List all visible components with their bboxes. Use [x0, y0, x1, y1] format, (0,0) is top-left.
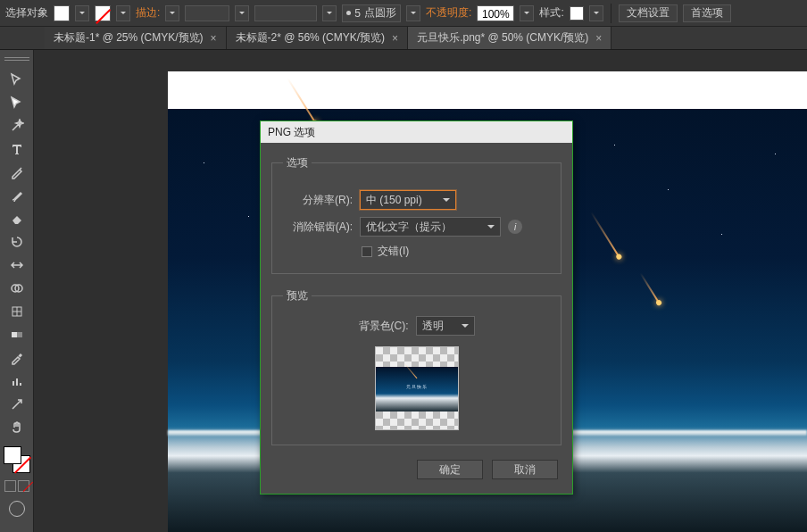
stroke-swatch-menu[interactable]: [116, 5, 130, 21]
eyedropper-tool-icon[interactable]: [6, 348, 28, 368]
bgcolor-dropdown[interactable]: 透明: [416, 316, 475, 336]
bgcolor-label: 背景色(C):: [359, 319, 409, 334]
style-label: 样式:: [539, 5, 563, 21]
ok-button[interactable]: 确定: [417, 460, 483, 479]
artboard-top-margin: [168, 71, 807, 109]
stroke-profile-dd[interactable]: [322, 5, 337, 21]
fill-swatch[interactable]: [54, 5, 70, 21]
svg-rect-4: [12, 332, 17, 337]
dialog-title: PNG 选项: [261, 121, 572, 143]
stroke-weight-input[interactable]: [185, 5, 229, 21]
hand-tool-icon[interactable]: [6, 418, 28, 437]
style-swatch[interactable]: [570, 6, 584, 21]
chevron-down-icon: [443, 198, 450, 205]
interlace-checkbox[interactable]: [362, 246, 372, 257]
magic-wand-tool-icon[interactable]: [6, 116, 28, 136]
column-graph-tool-icon[interactable]: [6, 371, 28, 391]
pen-tool-icon[interactable]: [6, 162, 28, 182]
antialias-label: 消除锯齿(A):: [283, 220, 353, 235]
resolution-value: 中 (150 ppi): [366, 193, 422, 208]
tab-label: 元旦快乐.png* @ 50% (CMYK/预览): [417, 30, 588, 46]
svg-rect-5: [12, 381, 14, 386]
antialias-value: 优化文字（提示）: [366, 220, 452, 235]
chevron-down-icon: [487, 225, 495, 232]
eraser-tool-icon[interactable]: [6, 209, 28, 229]
chevron-down-icon: [462, 324, 469, 331]
brush-selector[interactable]: 5 点圆形: [342, 4, 401, 22]
selection-tool-icon[interactable]: [6, 70, 28, 89]
cancel-button[interactable]: 取消: [492, 460, 558, 479]
tab-label: 未标题-1* @ 25% (CMYK/预览): [54, 30, 204, 46]
svg-rect-6: [16, 378, 18, 386]
brush-dd[interactable]: [406, 5, 420, 21]
png-options-dialog: PNG 选项 选项 分辨率(R): 中 (150 ppi) 消除锯齿(A): 优…: [260, 121, 573, 495]
style-dd[interactable]: [589, 5, 603, 21]
info-icon[interactable]: i: [508, 220, 522, 234]
tool-panel: [0, 50, 34, 532]
stroke-label: 描边:: [136, 5, 160, 21]
stroke-profile[interactable]: [254, 5, 317, 21]
opacity-input[interactable]: 100%: [477, 5, 514, 21]
preview-thumbnail: 元旦快乐: [375, 346, 459, 430]
tab-doc1[interactable]: 未标题-1* @ 25% (CMYK/预览) ×: [45, 27, 227, 49]
fill-swatch-menu[interactable]: [75, 5, 89, 21]
close-icon[interactable]: ×: [211, 32, 217, 45]
tab-doc3[interactable]: 元旦快乐.png* @ 50% (CMYK/预览) ×: [408, 27, 611, 49]
options-group: 选项 分辨率(R): 中 (150 ppi) 消除锯齿(A): 优化文字（提示）…: [271, 155, 562, 274]
divider: [611, 4, 611, 23]
svg-rect-7: [20, 383, 21, 386]
opacity-dd[interactable]: [520, 5, 534, 21]
gradient-tool-icon[interactable]: [6, 325, 28, 345]
brush-shape: 点圆形: [364, 5, 396, 21]
panel-grabber[interactable]: [4, 55, 29, 62]
opacity-label: 不透明度:: [426, 5, 471, 21]
direct-selection-tool-icon[interactable]: [6, 93, 28, 112]
stroke-swatch-none[interactable]: [95, 5, 111, 21]
artwork-comet: [640, 273, 661, 304]
resolution-label: 分辨率(R):: [283, 193, 353, 208]
stroke-style-dd[interactable]: [235, 5, 249, 21]
color-mode-toggle[interactable]: [4, 480, 29, 492]
artwork-comet: [590, 212, 620, 258]
paintbrush-tool-icon[interactable]: [6, 186, 28, 205]
draw-mode-icon[interactable]: [9, 501, 25, 517]
tab-doc2[interactable]: 未标题-2* @ 56% (CMYK/预览) ×: [227, 27, 409, 49]
preview-group: 预览 背景色(C): 透明 元旦快乐: [271, 288, 562, 445]
options-bar: 选择对象 描边: 5 点圆形 不透明度: 100% 样式: 文档设置 首选项: [0, 0, 807, 27]
preview-legend: 预览: [283, 288, 312, 303]
options-legend: 选项: [283, 155, 312, 170]
select-object-label: 选择对象: [5, 5, 48, 21]
rotate-tool-icon[interactable]: [6, 232, 28, 252]
document-tabs: 未标题-1* @ 25% (CMYK/预览) × 未标题-2* @ 56% (C…: [0, 27, 807, 50]
stroke-weight-stepper[interactable]: [165, 5, 179, 21]
close-icon[interactable]: ×: [595, 32, 602, 45]
interlace-label: 交错(I): [378, 244, 409, 259]
slice-tool-icon[interactable]: [6, 395, 28, 414]
width-tool-icon[interactable]: [6, 255, 28, 275]
bgcolor-value: 透明: [422, 319, 444, 334]
shape-builder-tool-icon[interactable]: [6, 278, 28, 298]
type-tool-icon[interactable]: [6, 139, 28, 159]
preferences-button[interactable]: 首选项: [683, 4, 731, 22]
antialias-dropdown[interactable]: 优化文字（提示）: [360, 217, 501, 237]
close-icon[interactable]: ×: [392, 32, 398, 45]
mesh-tool-icon[interactable]: [6, 302, 28, 321]
brush-pt: 5: [354, 7, 361, 20]
tab-label: 未标题-2* @ 56% (CMYK/预览): [236, 30, 386, 46]
document-setup-button[interactable]: 文档设置: [619, 4, 678, 22]
resolution-dropdown[interactable]: 中 (150 ppi): [360, 190, 456, 210]
fill-stroke-indicator[interactable]: [4, 446, 30, 473]
